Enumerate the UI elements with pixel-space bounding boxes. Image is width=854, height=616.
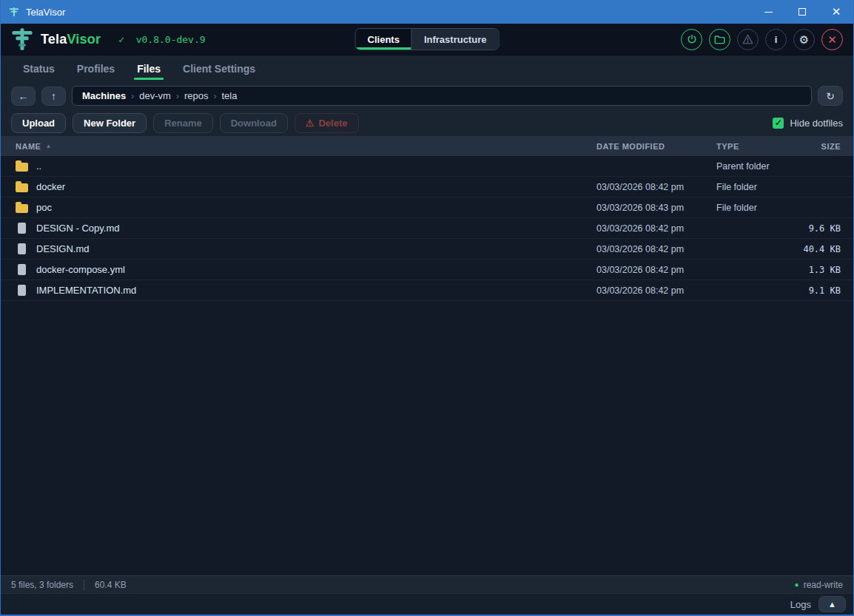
file-name-cell: docker: [1, 181, 596, 192]
file-name: poc: [36, 202, 52, 213]
refresh-icon: ↻: [826, 90, 835, 102]
tab-status[interactable]: Status: [23, 55, 55, 82]
file-date: 03/03/2026 08:42 pm: [596, 285, 716, 296]
power-button[interactable]: [681, 29, 702, 50]
access-mode-label: read-write: [804, 580, 843, 590]
file-name: DESIGN - Copy.md: [36, 223, 119, 234]
breadcrumb[interactable]: Machines › dev-vm › repos › tela: [72, 86, 812, 106]
brand: TelaVisor ✓ v0.8.0-dev.9: [1, 27, 206, 51]
rename-button[interactable]: Rename: [153, 113, 213, 133]
status-bar: 5 files, 3 folders 60.4 KB ● read-write: [1, 575, 853, 593]
close-window-button[interactable]: ✕: [819, 0, 853, 24]
file-name-cell: DESIGN - Copy.md: [1, 223, 596, 234]
table-row[interactable]: poc03/03/2026 08:43 pmFile folder: [1, 197, 853, 218]
file-name: docker-compose.yml: [36, 264, 125, 275]
close-client-button[interactable]: ✕: [821, 29, 843, 50]
refresh-button[interactable]: ↻: [818, 86, 843, 106]
warning-button[interactable]: [737, 29, 759, 50]
file-size: 9.6 KB: [798, 223, 853, 234]
file-name: docker: [36, 181, 65, 192]
gear-icon: ⚙: [799, 34, 809, 45]
info-icon: i: [775, 35, 778, 44]
app-name: TelaVisor: [41, 32, 101, 47]
file-list: ..Parent folderdocker03/03/2026 08:42 pm…: [1, 156, 853, 575]
navigation-row: ← ↑ Machines › dev-vm › repos › tela ↻: [1, 82, 853, 109]
table-row[interactable]: ..Parent folder: [1, 156, 853, 177]
tab-bar: Status Profiles Files Client Settings: [1, 55, 853, 82]
minimize-button[interactable]: [751, 0, 785, 24]
file-date: 03/03/2026 08:42 pm: [596, 182, 716, 192]
item-counts: 5 files, 3 folders: [11, 580, 84, 590]
upload-button[interactable]: Upload: [11, 113, 66, 133]
file-name: IMPLEMENTATION.md: [36, 285, 136, 296]
maximize-icon: [798, 8, 806, 16]
folder-icon: [714, 35, 725, 44]
file-name: DESIGN.md: [36, 243, 90, 254]
file-type: File folder: [716, 182, 798, 192]
back-button[interactable]: ←: [11, 87, 36, 106]
file-icon: [18, 243, 26, 254]
file-name: ..: [36, 160, 41, 172]
folder-button[interactable]: [709, 29, 730, 50]
tab-files[interactable]: Files: [137, 55, 161, 82]
app-window: TelaVisor ✕ TelaVisor ✓ v0.8.0-dev.9 Cli…: [0, 0, 854, 616]
file-icon: [18, 264, 26, 275]
app-header: TelaVisor ✓ v0.8.0-dev.9 Clients Infrast…: [1, 24, 853, 55]
breadcrumb-root[interactable]: Machines: [82, 90, 126, 101]
table-row[interactable]: DESIGN - Copy.md03/03/2026 08:42 pm9.6 K…: [1, 218, 853, 239]
folder-icon: [16, 163, 28, 172]
table-row[interactable]: docker-compose.yml03/03/2026 08:42 pm1.3…: [1, 260, 853, 280]
tab-profiles[interactable]: Profiles: [77, 55, 115, 82]
column-header-date[interactable]: DATE MODIFIED: [596, 142, 716, 151]
delete-label: Delete: [318, 118, 347, 129]
column-header-name[interactable]: NAME ▲: [1, 142, 596, 151]
folder-icon: [16, 183, 28, 192]
new-folder-button[interactable]: New Folder: [73, 113, 147, 133]
titlebar: TelaVisor ✕: [1, 0, 853, 24]
breadcrumb-segment[interactable]: dev-vm: [139, 90, 171, 101]
header-actions: i ⚙ ✕: [681, 29, 853, 50]
status-dot-icon: ●: [795, 581, 799, 589]
file-name-cell: docker-compose.yml: [1, 264, 596, 275]
file-date: 03/03/2026 08:43 pm: [596, 203, 716, 213]
settings-button[interactable]: ⚙: [793, 29, 815, 50]
breadcrumb-separator: ›: [131, 91, 134, 101]
sort-ascending-icon: ▲: [45, 143, 51, 149]
close-icon: ✕: [832, 5, 841, 18]
up-button[interactable]: ↑: [41, 87, 66, 106]
column-header-size[interactable]: SIZE: [798, 142, 853, 151]
toggle-infrastructure[interactable]: Infrastructure: [411, 29, 499, 50]
tab-client-settings[interactable]: Client Settings: [183, 55, 255, 82]
file-date: 03/03/2026 08:42 pm: [596, 244, 716, 254]
version-label: ✓ v0.8.0-dev.9: [118, 34, 205, 45]
toggle-clients[interactable]: Clients: [356, 29, 411, 50]
file-date: 03/03/2026 08:42 pm: [596, 265, 716, 275]
breadcrumb-segment[interactable]: tela: [221, 90, 237, 101]
breadcrumb-segment[interactable]: repos: [184, 90, 209, 101]
power-icon: [687, 34, 697, 44]
table-row[interactable]: DESIGN.md03/03/2026 08:42 pm40.4 KB: [1, 239, 853, 260]
warning-icon: ⚠: [306, 118, 315, 129]
column-header-type[interactable]: TYPE: [716, 142, 798, 151]
file-name-cell: ..: [1, 160, 596, 172]
file-name-cell: poc: [1, 202, 596, 213]
download-button[interactable]: Download: [220, 113, 288, 133]
file-icon: [18, 223, 26, 234]
access-mode: ● read-write: [795, 580, 843, 590]
info-button[interactable]: i: [765, 29, 787, 50]
maximize-button[interactable]: [785, 0, 819, 24]
version-number: v0.8.0-dev.9: [136, 34, 206, 45]
file-date: 03/03/2026 08:42 pm: [596, 223, 716, 234]
checkbox-checked-icon[interactable]: ✓: [773, 118, 784, 129]
file-size: 1.3 KB: [798, 265, 853, 275]
file-toolbar: Upload New Folder Rename Download ⚠Delet…: [1, 109, 853, 136]
table-row[interactable]: IMPLEMENTATION.md03/03/2026 08:42 pm9.1 …: [1, 280, 853, 301]
table-row[interactable]: docker03/03/2026 08:42 pmFile folder: [1, 177, 853, 197]
minimize-icon: [764, 12, 773, 13]
close-icon: ✕: [827, 34, 837, 45]
delete-button[interactable]: ⚠Delete: [295, 113, 359, 133]
logs-expand-button[interactable]: ▲: [818, 596, 846, 612]
file-name-cell: IMPLEMENTATION.md: [1, 285, 596, 296]
file-size: 9.1 KB: [798, 285, 853, 296]
hide-dotfiles-toggle[interactable]: ✓ Hide dotfiles: [773, 118, 843, 129]
